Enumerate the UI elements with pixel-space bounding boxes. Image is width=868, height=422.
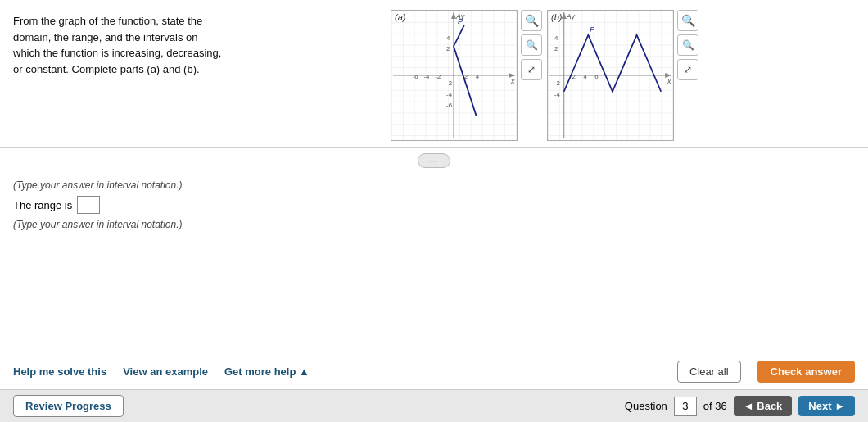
graph-a-box: Ay x 4 2 -2 -4 -6 -6 -4 -2 2 4 bbox=[391, 10, 518, 141]
more-btn-row: ··· bbox=[0, 148, 868, 171]
svg-text:-2: -2 bbox=[446, 79, 452, 87]
get-more-help-button[interactable]: Get more help ▲ bbox=[224, 365, 310, 378]
question-text: From the graph of the function, state th… bbox=[13, 10, 226, 77]
graph-b-zoom-out-btn[interactable]: 🔍 bbox=[677, 34, 698, 56]
svg-text:-6: -6 bbox=[446, 102, 453, 109]
range-row: The range is bbox=[13, 196, 855, 214]
top-section: From the graph of the function, state th… bbox=[0, 0, 868, 148]
graph-a-zoom-in-btn[interactable]: 🔍 bbox=[521, 10, 542, 31]
graphs-area: Ay x 4 2 -2 -4 -6 -6 -4 -2 2 4 bbox=[234, 10, 855, 141]
graph-a-label: (a) bbox=[395, 12, 405, 22]
svg-text:Ay: Ay bbox=[566, 12, 576, 20]
answer-section: (Type your answer in interval notation.)… bbox=[0, 171, 868, 352]
graph-b-svg: Ay x 4 2 -2 -4 2 4 6 P bbox=[548, 11, 673, 140]
review-progress-button[interactable]: Review Progress bbox=[13, 395, 124, 417]
graph-b-zoom-in-btn[interactable]: 🔍 bbox=[677, 10, 698, 31]
of-label: of 36 bbox=[703, 400, 727, 412]
svg-text:-4: -4 bbox=[446, 91, 453, 98]
graph-a-container: Ay x 4 2 -2 -4 -6 -6 -4 -2 2 4 bbox=[391, 10, 542, 141]
action-row: Help me solve this View an example Get m… bbox=[0, 352, 868, 389]
svg-text:-6: -6 bbox=[413, 73, 419, 80]
svg-text:2: 2 bbox=[446, 45, 450, 52]
more-button[interactable]: ··· bbox=[418, 153, 450, 168]
graph-b-label: (b) bbox=[551, 12, 562, 22]
interval-note-2: (Type your answer in interval notation.) bbox=[13, 219, 855, 230]
svg-text:P: P bbox=[590, 25, 594, 34]
back-button[interactable]: ◄ Back bbox=[734, 396, 793, 416]
view-example-button[interactable]: View an example bbox=[123, 365, 208, 378]
svg-text:-2: -2 bbox=[554, 79, 560, 87]
graph-b-expand-btn[interactable]: ⤢ bbox=[677, 59, 698, 80]
question-nav: Question of 36 ◄ Back Next ► bbox=[625, 396, 855, 416]
svg-text:2: 2 bbox=[572, 73, 576, 80]
svg-text:4: 4 bbox=[554, 34, 558, 42]
clear-all-button[interactable]: Clear all bbox=[677, 361, 741, 383]
svg-text:4: 4 bbox=[476, 73, 480, 80]
graph-b-icons: 🔍 🔍 ⤢ bbox=[677, 10, 698, 80]
graph-a-svg: Ay x 4 2 -2 -4 -6 -6 -4 -2 2 4 bbox=[391, 11, 517, 140]
svg-text:P: P bbox=[458, 17, 463, 25]
graph-b-box: Ay x 4 2 -2 -4 2 4 6 P bbox=[547, 10, 674, 141]
graph-a-expand-btn[interactable]: ⤢ bbox=[521, 59, 542, 80]
bottom-bar: Review Progress Question of 36 ◄ Back Ne… bbox=[0, 389, 868, 422]
svg-text:-2: -2 bbox=[435, 73, 441, 80]
next-button[interactable]: Next ► bbox=[798, 396, 855, 416]
svg-text:x: x bbox=[510, 77, 515, 85]
svg-text:4: 4 bbox=[446, 34, 450, 42]
interval-note-1: (Type your answer in interval notation.) bbox=[13, 179, 855, 191]
svg-text:6: 6 bbox=[594, 73, 599, 80]
svg-text:-4: -4 bbox=[423, 73, 430, 80]
question-number-input[interactable] bbox=[674, 397, 697, 416]
range-input[interactable] bbox=[77, 196, 100, 214]
range-label: The range is bbox=[13, 199, 72, 211]
svg-text:-4: -4 bbox=[554, 91, 561, 98]
main-content: From the graph of the function, state th… bbox=[0, 0, 868, 422]
svg-text:2: 2 bbox=[554, 45, 558, 52]
graph-a-zoom-out-btn[interactable]: 🔍 bbox=[521, 34, 542, 56]
svg-text:x: x bbox=[667, 77, 671, 85]
graph-a-icons: 🔍 🔍 ⤢ bbox=[521, 10, 542, 80]
graph-b-container: Ay x 4 2 -2 -4 2 4 6 P bbox=[547, 10, 698, 141]
help-me-solve-button[interactable]: Help me solve this bbox=[13, 365, 106, 378]
check-answer-button[interactable]: Check answer bbox=[757, 361, 855, 383]
svg-text:4: 4 bbox=[583, 73, 587, 80]
question-label: Question bbox=[625, 400, 667, 412]
